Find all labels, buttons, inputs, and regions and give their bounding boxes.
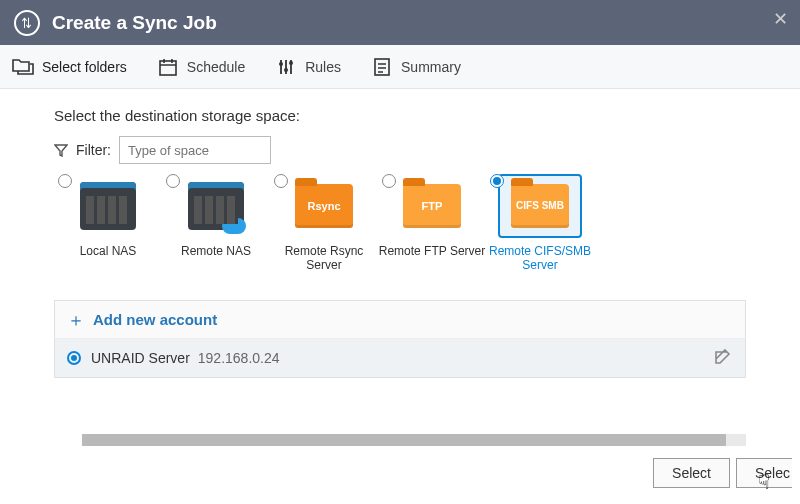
summary-icon xyxy=(371,56,393,78)
add-account-button[interactable]: ＋ Add new account xyxy=(55,301,745,339)
scrollbar-thumb[interactable] xyxy=(82,434,726,446)
space-local-nas[interactable]: Local NAS xyxy=(54,172,162,272)
folder-cifs-icon: CIFS SMB xyxy=(511,184,569,228)
step-label: Select folders xyxy=(42,59,127,75)
horizontal-scrollbar[interactable] xyxy=(82,434,746,446)
radio-icon xyxy=(166,174,180,188)
account-name: UNRAID Server xyxy=(91,350,190,366)
svg-point-1 xyxy=(279,62,283,66)
svg-point-2 xyxy=(284,68,288,72)
folder-rsync-icon: Rsync xyxy=(295,184,353,228)
nas-cloud-icon xyxy=(188,182,244,230)
accounts-panel: ＋ Add new account UNRAID Server 192.168.… xyxy=(54,300,746,378)
close-icon[interactable]: ✕ xyxy=(773,8,788,30)
filter-label: Filter: xyxy=(76,142,111,158)
space-label: Local NAS xyxy=(54,244,162,258)
funnel-icon xyxy=(54,143,70,157)
radio-selected-icon xyxy=(67,351,81,365)
select-button-clipped[interactable]: Selec xyxy=(736,458,792,488)
folder-ftp-icon: FTP xyxy=(403,184,461,228)
step-summary[interactable]: Summary xyxy=(371,56,461,78)
radio-icon xyxy=(382,174,396,188)
space-remote-rsync[interactable]: Rsync Remote Rsync Server xyxy=(270,172,378,272)
cloud-icon xyxy=(222,218,246,234)
sync-job-wizard: ⇄ Create a Sync Job ✕ Select folders Sch… xyxy=(0,0,800,504)
space-label: Remote NAS xyxy=(162,244,270,258)
select-button[interactable]: Select xyxy=(653,458,730,488)
space-label: Remote FTP Server xyxy=(378,244,486,258)
step-label: Summary xyxy=(401,59,461,75)
space-remote-ftp[interactable]: FTP Remote FTP Server xyxy=(378,172,486,272)
step-label: Schedule xyxy=(187,59,245,75)
content-area: Select the destination storage space: Fi… xyxy=(0,89,800,434)
edit-icon[interactable] xyxy=(713,348,733,368)
footer: Select Selec ☟ xyxy=(0,434,800,504)
svg-point-3 xyxy=(289,61,293,65)
radio-icon xyxy=(490,174,504,188)
space-type-list: Local NAS Remote NAS Rsync Remote Rsync … xyxy=(54,172,746,272)
space-label: Remote Rsync Server xyxy=(270,244,378,272)
window-title: Create a Sync Job xyxy=(52,12,217,34)
wizard-steps: Select folders Schedule Rules Summary xyxy=(0,45,800,89)
radio-icon xyxy=(58,174,72,188)
radio-icon xyxy=(274,174,288,188)
svg-rect-0 xyxy=(160,61,176,75)
calendar-icon xyxy=(157,56,179,78)
step-schedule[interactable]: Schedule xyxy=(157,56,245,78)
filter-input[interactable] xyxy=(119,136,271,164)
space-remote-cifs[interactable]: CIFS SMB Remote CIFS/SMB Server xyxy=(486,172,594,272)
account-ip: 192.168.0.24 xyxy=(198,350,280,366)
sync-logo-icon: ⇄ xyxy=(14,10,40,36)
step-label: Rules xyxy=(305,59,341,75)
plus-icon: ＋ xyxy=(67,308,85,332)
account-row[interactable]: UNRAID Server 192.168.0.24 xyxy=(55,339,745,377)
filter-row: Filter: xyxy=(54,136,746,164)
step-select-folders[interactable]: Select folders xyxy=(12,56,127,78)
step-rules[interactable]: Rules xyxy=(275,56,341,78)
folders-icon xyxy=(12,56,34,78)
nas-icon xyxy=(80,182,136,230)
space-label: Remote CIFS/SMB Server xyxy=(486,244,594,272)
instruction-text: Select the destination storage space: xyxy=(54,107,746,124)
titlebar: ⇄ Create a Sync Job ✕ xyxy=(0,0,800,45)
space-remote-nas[interactable]: Remote NAS xyxy=(162,172,270,272)
sliders-icon xyxy=(275,56,297,78)
add-account-label: Add new account xyxy=(93,311,217,328)
